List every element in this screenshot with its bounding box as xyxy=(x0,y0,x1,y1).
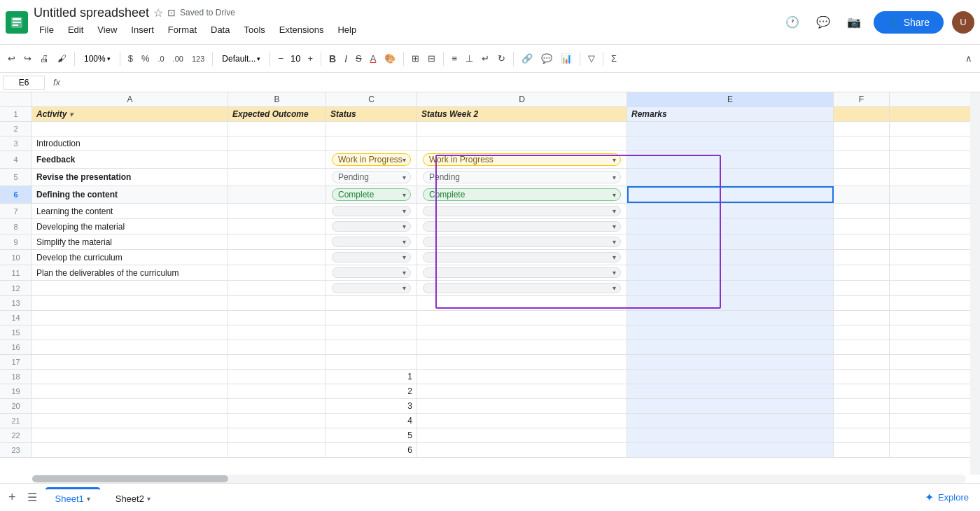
share-button[interactable]: 👤 Σ Share xyxy=(874,11,944,34)
cell-11c[interactable]: ▾ xyxy=(326,265,417,280)
menu-help[interactable]: Help xyxy=(332,22,362,38)
paint-format-button[interactable]: 🖌 xyxy=(54,50,70,66)
cell-18a[interactable] xyxy=(32,370,228,384)
cell-3e[interactable] xyxy=(627,136,834,150)
sheet-tab-sheet2[interactable]: Sheet2 ▾ xyxy=(106,487,160,508)
cell-18b[interactable] xyxy=(228,370,326,384)
cell-15d[interactable] xyxy=(417,326,627,340)
cell-5e[interactable] xyxy=(627,169,834,186)
col-header-c[interactable]: C xyxy=(326,92,417,106)
status-dropdown-9c[interactable]: ▾ xyxy=(332,237,411,247)
rotate-button[interactable]: ↻ xyxy=(494,50,509,66)
status-dropdown-8d[interactable]: ▾ xyxy=(423,221,621,232)
status-dropdown-11d[interactable]: ▾ xyxy=(423,267,621,278)
cell-11e[interactable] xyxy=(627,265,834,280)
print-button[interactable]: 🖨 xyxy=(36,50,52,66)
link-button[interactable]: 🔗 xyxy=(518,50,536,66)
cell-9d[interactable]: ▾ xyxy=(417,234,627,249)
cell-20b[interactable] xyxy=(228,399,326,413)
cell-8a[interactable]: Developing the material xyxy=(32,219,228,234)
cell-13c[interactable] xyxy=(326,296,417,310)
col-header-e[interactable]: E xyxy=(627,92,834,106)
col-header-f[interactable]: F xyxy=(834,92,890,106)
cell-9c[interactable]: ▾ xyxy=(326,234,417,249)
cell-14e[interactable] xyxy=(627,311,834,325)
menu-extensions[interactable]: Extensions xyxy=(274,22,330,38)
sheet2-arrow-icon[interactable]: ▾ xyxy=(147,495,150,503)
status-dropdown-7c[interactable]: ▾ xyxy=(332,206,411,216)
cell-14a[interactable] xyxy=(32,311,228,325)
zoom-dropdown[interactable]: 100% ▾ xyxy=(79,51,115,66)
halign-button[interactable]: ≡ xyxy=(448,50,461,66)
cell-19b[interactable] xyxy=(228,384,326,398)
cell-21c[interactable]: 4 xyxy=(326,414,417,428)
cell-11b[interactable] xyxy=(228,265,326,280)
col-header-b[interactable]: B xyxy=(228,92,326,106)
cell-3a[interactable]: Introduction xyxy=(32,136,228,150)
cell-23e[interactable] xyxy=(627,443,834,457)
cell-20e[interactable] xyxy=(627,399,834,413)
cell-2c[interactable] xyxy=(326,122,417,136)
add-sheet-button[interactable]: + xyxy=(6,487,19,507)
menu-edit[interactable]: Edit xyxy=(62,22,89,38)
cell-23d[interactable] xyxy=(417,443,627,457)
redo-button[interactable]: ↪ xyxy=(20,50,35,66)
cell-10e[interactable] xyxy=(627,250,834,265)
cell-12c[interactable]: ▾ xyxy=(326,281,417,295)
cell-20c[interactable]: 3 xyxy=(326,399,417,413)
borders-button[interactable]: ⊞ xyxy=(408,50,423,66)
cell-6b[interactable] xyxy=(228,186,326,203)
cell-14c[interactable] xyxy=(326,311,417,325)
status-dropdown-12c[interactable]: ▾ xyxy=(332,283,411,293)
cell-6d[interactable]: Complete ▾ xyxy=(417,186,627,203)
cell-20a[interactable] xyxy=(32,399,228,413)
cell-18e[interactable] xyxy=(627,370,834,384)
percent-button[interactable]: % xyxy=(138,50,153,66)
cell-8e[interactable] xyxy=(627,219,834,234)
decimal-dec-button[interactable]: .0 xyxy=(155,52,168,66)
cell-8c[interactable]: ▾ xyxy=(326,219,417,234)
cell-7b[interactable] xyxy=(228,204,326,218)
cell-ref-input[interactable] xyxy=(3,76,45,90)
menu-tools[interactable]: Tools xyxy=(238,22,270,38)
cell-6a[interactable]: Defining the content xyxy=(32,186,228,203)
italic-button[interactable]: I xyxy=(341,50,351,67)
chat-icon[interactable]: 💬 xyxy=(812,11,834,34)
cell-17b[interactable] xyxy=(228,355,326,369)
cell-7a[interactable]: Learning the content xyxy=(32,204,228,218)
cell-18c[interactable]: 1 xyxy=(326,370,417,384)
status-dropdown-5d[interactable]: Pending ▾ xyxy=(423,171,621,183)
cell-3c[interactable] xyxy=(326,136,417,150)
header-expected[interactable]: Expected Outcome xyxy=(228,107,326,121)
meet-icon[interactable]: 📷 xyxy=(843,11,865,34)
formula-input[interactable] xyxy=(69,77,977,88)
cell-19a[interactable] xyxy=(32,384,228,398)
cell-21b[interactable] xyxy=(228,414,326,428)
cell-13a[interactable] xyxy=(32,296,228,310)
cell-6e[interactable] xyxy=(627,186,834,203)
move-icon[interactable]: ⊡ xyxy=(167,7,176,18)
cell-15b[interactable] xyxy=(228,326,326,340)
cell-9e[interactable] xyxy=(627,234,834,249)
sheet1-arrow-icon[interactable]: ▾ xyxy=(87,495,90,503)
cell-12e[interactable] xyxy=(627,281,834,295)
font-size-dec-button[interactable]: − xyxy=(274,50,287,66)
cell-23a[interactable] xyxy=(32,443,228,457)
cell-8d[interactable]: ▾ xyxy=(417,219,627,234)
header-status-week2[interactable]: Status Week 2 xyxy=(417,107,627,121)
cell-17d[interactable] xyxy=(417,355,627,369)
cell-2e[interactable] xyxy=(627,122,834,136)
cell-10d[interactable]: ▾ xyxy=(417,250,627,265)
col-header-a[interactable]: A xyxy=(32,92,228,106)
cell-21d[interactable] xyxy=(417,414,627,428)
header-status[interactable]: Status xyxy=(326,107,417,121)
status-dropdown-6c[interactable]: Complete ▾ xyxy=(332,188,411,201)
cell-10a[interactable]: Develop the curriculum xyxy=(32,250,228,265)
cell-4c[interactable]: Work in Progress ▾ xyxy=(326,151,417,168)
cell-7c[interactable]: ▾ xyxy=(326,204,417,218)
status-dropdown-10d[interactable]: ▾ xyxy=(423,252,621,262)
bold-button[interactable]: B xyxy=(326,50,340,67)
function-button[interactable]: Σ xyxy=(608,50,620,66)
cell-13d[interactable] xyxy=(417,296,627,310)
cell-8b[interactable] xyxy=(228,219,326,234)
